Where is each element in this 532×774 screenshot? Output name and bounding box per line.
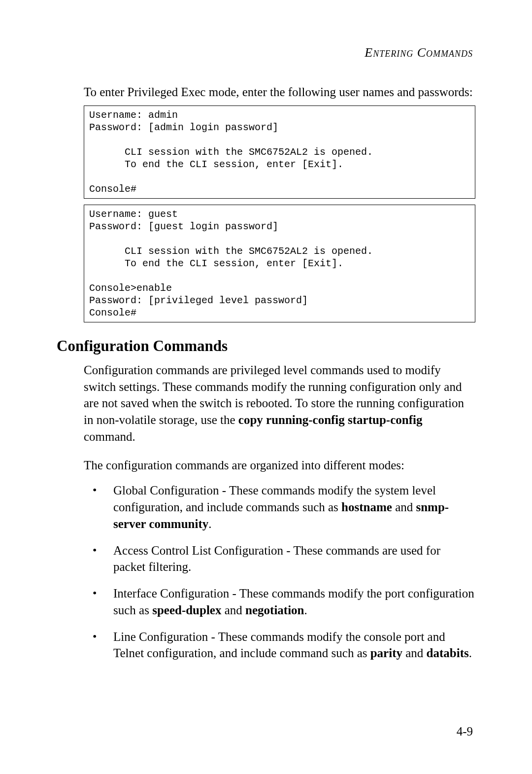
text: . (208, 517, 211, 530)
text: . (304, 603, 307, 617)
page: Entering Commands To enter Privileged Ex… (0, 0, 532, 774)
text: and (221, 603, 245, 617)
bold-parity: parity (370, 646, 402, 660)
code-block-guest: Username: guest Password: [guest login p… (84, 205, 475, 322)
bold-copy-command: copy running-config startup-config (238, 413, 423, 426)
bold-databits: databits (427, 646, 469, 660)
section-para-1: Configuration commands are privileged le… (84, 362, 475, 445)
section-heading: Configuration Commands (57, 337, 475, 355)
page-number: 4-9 (457, 725, 473, 739)
list-item: Access Control List Configuration - Thes… (84, 542, 475, 576)
section-body: Configuration commands are privileged le… (84, 362, 475, 662)
bold-negotiation: negotiation (245, 603, 304, 617)
intro-block: To enter Privileged Exec mode, enter the… (84, 84, 475, 322)
section-para-2: The configuration commands are organized… (84, 457, 475, 474)
running-header: Entering Commands (57, 45, 473, 60)
text: . (469, 646, 472, 660)
list-item: Line Configuration - These commands modi… (84, 629, 475, 662)
list-item: Interface Configuration - These commands… (84, 585, 475, 619)
text: and (402, 646, 427, 660)
text: and (392, 500, 416, 514)
bold-hostname: hostname (341, 500, 392, 514)
code-block-admin: Username: admin Password: [admin login p… (84, 106, 475, 199)
intro-text: To enter Privileged Exec mode, enter the… (84, 84, 475, 101)
bold-speed-duplex: speed-duplex (152, 603, 221, 617)
bullet-list: Global Configuration - These commands mo… (84, 482, 475, 662)
text: command. (84, 430, 135, 443)
list-item: Global Configuration - These commands mo… (84, 482, 475, 532)
